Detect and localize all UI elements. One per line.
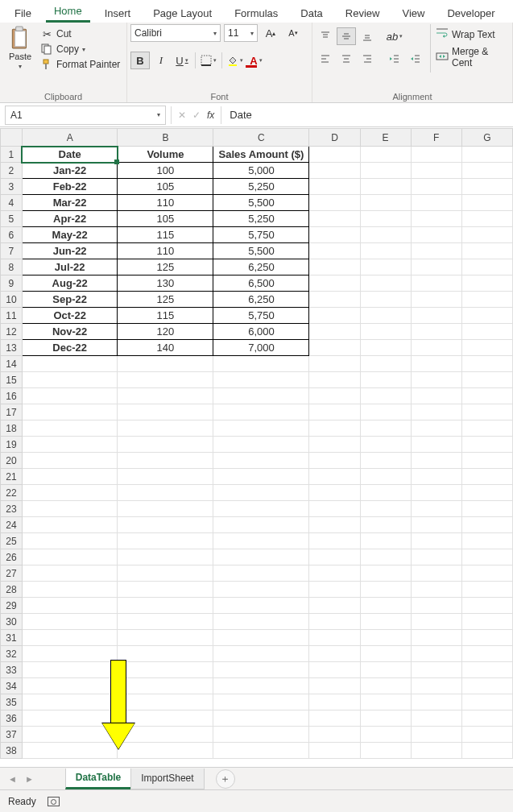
cell-D1[interactable] [309, 147, 360, 163]
cell-E29[interactable] [360, 598, 411, 614]
col-header-B[interactable]: B [118, 129, 213, 147]
cell-G17[interactable] [461, 404, 512, 420]
cell-F3[interactable] [411, 179, 461, 195]
cell-B21[interactable] [118, 469, 213, 485]
sheet-tab-datatable[interactable]: DataTable [65, 768, 131, 789]
cell-B19[interactable] [118, 437, 213, 453]
cell-E8[interactable] [360, 259, 411, 276]
cell-G18[interactable] [461, 420, 512, 437]
cell-B17[interactable] [118, 404, 213, 420]
cell-E21[interactable] [360, 469, 411, 485]
cell-F34[interactable] [411, 678, 461, 694]
cell-C35[interactable] [213, 694, 309, 710]
cell-F4[interactable] [411, 195, 461, 211]
row-header-37[interactable]: 37 [1, 727, 23, 743]
cell-B15[interactable] [118, 372, 213, 388]
row-header-11[interactable]: 11 [1, 308, 23, 324]
cell-F10[interactable] [411, 292, 461, 308]
sheet-tab-importsheet[interactable]: ImportSheet [130, 768, 204, 789]
cell-G22[interactable] [461, 485, 512, 501]
cell-B36[interactable] [118, 710, 213, 727]
cell-A8[interactable]: Jul-22 [22, 259, 118, 276]
cell-E22[interactable] [360, 485, 411, 501]
cell-D32[interactable] [309, 646, 360, 662]
cell-B13[interactable]: 140 [118, 340, 213, 356]
cell-A13[interactable]: Dec-22 [22, 340, 118, 356]
row-header-4[interactable]: 4 [1, 195, 23, 211]
cell-D12[interactable] [309, 324, 360, 340]
cell-A27[interactable] [22, 566, 118, 582]
cell-B33[interactable] [118, 662, 213, 678]
row-header-12[interactable]: 12 [1, 324, 23, 340]
cell-B5[interactable]: 105 [118, 211, 213, 227]
cell-E30[interactable] [360, 614, 411, 630]
cell-B22[interactable] [118, 485, 213, 501]
cell-C38[interactable] [213, 743, 309, 759]
cell-G7[interactable] [461, 243, 512, 259]
cell-B29[interactable] [118, 598, 213, 614]
cell-E25[interactable] [360, 533, 411, 549]
cell-F18[interactable] [411, 420, 461, 437]
bold-button[interactable]: B [130, 52, 150, 69]
cell-F16[interactable] [411, 388, 461, 404]
cell-F11[interactable] [411, 308, 461, 324]
cell-F15[interactable] [411, 372, 461, 388]
cell-F8[interactable] [411, 259, 461, 276]
row-header-28[interactable]: 28 [1, 582, 23, 598]
cell-A19[interactable] [22, 437, 118, 453]
cell-E34[interactable] [360, 678, 411, 694]
cell-A28[interactable] [22, 582, 118, 598]
cell-E11[interactable] [360, 308, 411, 324]
cell-E9[interactable] [360, 276, 411, 292]
cell-C25[interactable] [213, 533, 309, 549]
cell-A14[interactable] [22, 356, 118, 372]
cell-F38[interactable] [411, 743, 461, 759]
font-size-combo[interactable]: 11 ▾ [224, 24, 258, 42]
cell-D15[interactable] [309, 372, 360, 388]
cell-D26[interactable] [309, 549, 360, 566]
cell-D31[interactable] [309, 630, 360, 646]
cell-C34[interactable] [213, 678, 309, 694]
cell-B23[interactable] [118, 501, 213, 517]
cell-A5[interactable]: Apr-22 [22, 211, 118, 227]
row-header-35[interactable]: 35 [1, 694, 23, 710]
cell-G37[interactable] [461, 727, 512, 743]
cell-B8[interactable]: 125 [118, 259, 213, 276]
cell-B1[interactable]: Volume [118, 147, 213, 163]
cell-C7[interactable]: 5,500 [213, 243, 309, 259]
cell-G12[interactable] [461, 324, 512, 340]
row-header-38[interactable]: 38 [1, 743, 23, 759]
cell-C17[interactable] [213, 404, 309, 420]
col-header-G[interactable]: G [461, 129, 512, 147]
cell-C19[interactable] [213, 437, 309, 453]
cell-A9[interactable]: Aug-22 [22, 276, 118, 292]
cell-G15[interactable] [461, 372, 512, 388]
cell-D38[interactable] [309, 743, 360, 759]
cell-B37[interactable] [118, 727, 213, 743]
row-header-27[interactable]: 27 [1, 566, 23, 582]
cell-F37[interactable] [411, 727, 461, 743]
decrease-font-button[interactable]: A▾ [283, 24, 303, 42]
cell-D17[interactable] [309, 404, 360, 420]
cell-G29[interactable] [461, 598, 512, 614]
tab-view[interactable]: View [394, 2, 432, 23]
cell-G20[interactable] [461, 453, 512, 469]
cell-D14[interactable] [309, 356, 360, 372]
cell-D29[interactable] [309, 598, 360, 614]
cell-G32[interactable] [461, 646, 512, 662]
cell-E4[interactable] [360, 195, 411, 211]
row-header-24[interactable]: 24 [1, 517, 23, 533]
cell-G16[interactable] [461, 388, 512, 404]
col-header-E[interactable]: E [360, 129, 411, 147]
row-header-18[interactable]: 18 [1, 420, 23, 437]
cell-D28[interactable] [309, 582, 360, 598]
cell-G38[interactable] [461, 743, 512, 759]
row-header-2[interactable]: 2 [1, 163, 23, 179]
cell-A37[interactable] [22, 727, 118, 743]
cell-G14[interactable] [461, 356, 512, 372]
cell-F21[interactable] [411, 469, 461, 485]
cell-A22[interactable] [22, 485, 118, 501]
cell-F14[interactable] [411, 356, 461, 372]
row-header-29[interactable]: 29 [1, 598, 23, 614]
cell-C24[interactable] [213, 517, 309, 533]
